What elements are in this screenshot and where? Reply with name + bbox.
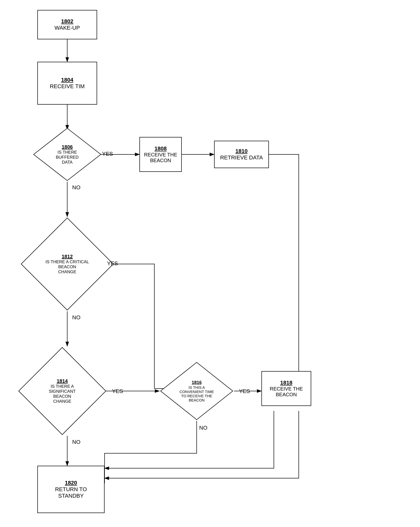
node-1806-diamond: 1806 IS THERE BUFFERED DATA bbox=[32, 127, 102, 182]
label-no-1806: NO bbox=[72, 184, 80, 191]
node-1818: 1818 RECEIVE THE BEACON bbox=[261, 371, 311, 406]
flowchart: 1802 WAKE-UP 1804 RECEIVE TIM 1806 IS TH… bbox=[0, 0, 420, 527]
label-yes-1816: YES bbox=[239, 388, 250, 395]
label-no-1812: NO bbox=[72, 314, 80, 321]
label-yes-1806: YES bbox=[102, 151, 113, 157]
node-1812-diamond: 1812 IS THERE A CRITICAL BEACON CHANGE bbox=[20, 217, 115, 311]
node-1808: 1808 RECEIVE THE BEACON bbox=[139, 137, 182, 172]
node-1820: 1820 RETURN TO STANDBY bbox=[37, 466, 105, 513]
label-no-1816: NO bbox=[199, 425, 207, 431]
node-1810: 1810 RETRIEVE DATA bbox=[214, 141, 269, 168]
label-yes-1812: YES bbox=[107, 260, 118, 267]
node-1816-diamond: 1816 IS THIS A CONVENIENT TIME TO RECEIV… bbox=[159, 361, 234, 421]
node-1804: 1804 RECEIVE TIM bbox=[37, 62, 97, 105]
node-1814-diamond: 1814 IS THERE A SIGNIFICANT BEACON CHANG… bbox=[17, 346, 107, 436]
label-yes-1814: YES bbox=[112, 388, 123, 395]
node-1802: 1802 WAKE-UP bbox=[37, 10, 97, 39]
label-no-1814: NO bbox=[72, 439, 80, 445]
